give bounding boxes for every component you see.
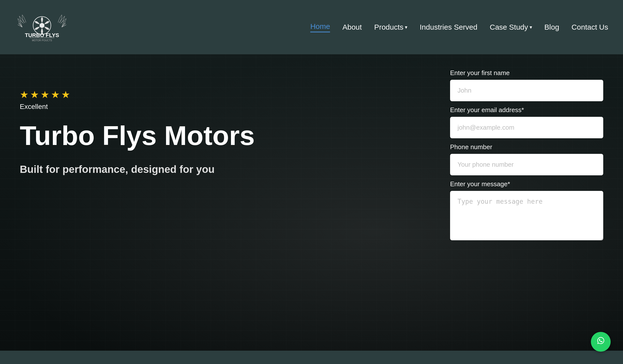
nav-home[interactable]: Home — [310, 22, 330, 32]
email-input[interactable] — [450, 117, 603, 138]
first-name-group: Enter your first name — [450, 69, 603, 101]
phone-group: Phone number — [450, 143, 603, 175]
message-group: Enter your message* — [450, 180, 603, 240]
phone-input[interactable] — [450, 154, 603, 175]
whatsapp-button[interactable] — [591, 332, 611, 351]
header: TURBO FLYS MOTOR POUCTS Home About Produ… — [0, 0, 623, 54]
hero-section: ★ ★ ★ ★ ★ Excellent Turbo Flys Motors Bu… — [0, 54, 623, 351]
nav-about[interactable]: About — [342, 23, 362, 31]
message-textarea[interactable] — [450, 191, 603, 240]
star-rating: ★ ★ ★ ★ ★ — [20, 89, 440, 100]
message-label: Enter your message* — [450, 180, 603, 188]
nav-contact[interactable]: Contact Us — [572, 23, 608, 31]
star-2: ★ — [30, 89, 39, 100]
svg-text:MOTOR POUCTS: MOTOR POUCTS — [32, 39, 52, 42]
first-name-input[interactable] — [450, 80, 603, 101]
phone-label: Phone number — [450, 143, 603, 151]
svg-text:TURBO FLYS: TURBO FLYS — [25, 32, 59, 38]
hero-subtitle: Built for performance, designed for you — [20, 163, 440, 176]
svg-point-5 — [595, 335, 606, 346]
star-4: ★ — [51, 89, 60, 100]
nav-industries[interactable]: Industries Served — [420, 23, 477, 31]
hero-left: ★ ★ ★ ★ ★ Excellent Turbo Flys Motors Bu… — [20, 69, 440, 245]
nav-case-study[interactable]: Case Study ▾ — [490, 23, 532, 31]
rating-label: Excellent — [20, 103, 440, 111]
star-5: ★ — [61, 89, 70, 100]
products-dropdown-icon: ▾ — [405, 24, 407, 30]
svg-point-1 — [40, 23, 44, 28]
hero-title: Turbo Flys Motors — [20, 121, 440, 150]
nav-products[interactable]: Products ▾ — [374, 23, 407, 31]
nav-blog[interactable]: Blog — [544, 23, 559, 31]
contact-form: Enter your first name Enter your email a… — [450, 69, 603, 245]
email-label: Enter your email address* — [450, 106, 603, 114]
whatsapp-icon — [595, 335, 606, 348]
star-1: ★ — [20, 89, 29, 100]
first-name-label: Enter your first name — [450, 69, 603, 77]
hero-content: ★ ★ ★ ★ ★ Excellent Turbo Flys Motors Bu… — [0, 54, 623, 260]
email-group: Enter your email address* — [450, 106, 603, 138]
star-3: ★ — [41, 89, 49, 100]
logo[interactable]: TURBO FLYS MOTOR POUCTS — [15, 11, 69, 43]
navigation: Home About Products ▾ Industries Served … — [310, 22, 608, 32]
case-study-dropdown-icon: ▾ — [530, 24, 532, 30]
